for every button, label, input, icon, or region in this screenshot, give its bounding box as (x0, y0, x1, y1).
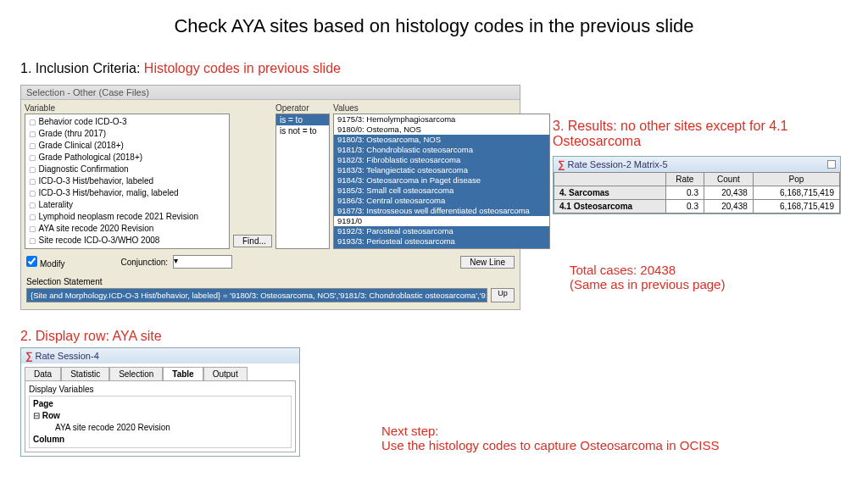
th-count: Count (704, 173, 753, 186)
op-is-equal[interactable]: is = to (276, 114, 329, 125)
var-item[interactable]: ICD-O-3 Hist/behavior, labeled (27, 175, 227, 187)
cell-count: 20,438 (704, 186, 753, 200)
val-item[interactable]: 9193/3: Periosteal osteosarcoma (334, 236, 549, 247)
val-item[interactable]: 9180/0: Osteoma, NOS (334, 125, 549, 135)
statement-label: Selection Statement (26, 277, 515, 286)
tree-row-child[interactable]: AYA site recode 2020 Revision (33, 422, 287, 434)
val-item[interactable]: 9194/3: High grade surface osteosarcoma (334, 247, 549, 249)
tree-page[interactable]: Page (33, 398, 287, 410)
step3-label: 3. Results: no other sites except for 4.… (553, 119, 841, 149)
up-button[interactable]: Up (491, 288, 515, 302)
var-item[interactable]: Grade (thru 2017) (27, 128, 227, 140)
val-item[interactable]: 9182/3: Fibroblastic osteosarcoma (334, 155, 549, 165)
window-control-icon[interactable] (827, 160, 836, 169)
cell-rate: 0.3 (665, 186, 704, 200)
val-item[interactable]: 9180/3: Osteosarcoma, NOS (334, 135, 549, 145)
find-button[interactable]: Find... (233, 235, 272, 247)
step1-num: 1. Inclusion Criteria: (20, 61, 140, 75)
var-item[interactable]: Laterality (27, 199, 227, 211)
th-blank (554, 173, 666, 186)
totals-text: Total cases: 20438 (Same as in previous … (570, 263, 725, 291)
conjunction-label: Conjunction: (120, 258, 168, 267)
values-header: Values (333, 103, 550, 113)
table-header-row: Rate Count Pop (554, 173, 840, 186)
slide-title: Check AYA sites based on histology codes… (0, 0, 868, 37)
val-item[interactable]: 9191/0 (334, 216, 549, 226)
tab-bar: Data Statistic Selection Table Output (25, 367, 296, 380)
values-list[interactable]: 9175/3: Hemolymphagiosarcoma 9180/0: Ost… (333, 114, 550, 249)
tab-selection[interactable]: Selection (109, 367, 163, 380)
tab-output[interactable]: Output (203, 367, 248, 380)
th-rate: Rate (665, 173, 704, 186)
tab-table[interactable]: Table (163, 367, 203, 380)
val-item[interactable]: 9185/3: Small cell osteosarcoma (334, 186, 549, 196)
table-row: 4. Sarcomas 0.3 20,438 6,168,715,419 (554, 186, 840, 200)
val-item[interactable]: 9187/3: Instrosseous well differentiated… (334, 206, 549, 216)
variable-list[interactable]: Behavior code ICD-O-3 Grade (thru 2017) … (25, 114, 230, 249)
cell-rate: 0.3 (665, 200, 704, 214)
op-is-not-equal[interactable]: is not = to (276, 125, 329, 136)
table-row: 4.1 Osteosarcoma 0.3 20,438 6,168,715,41… (554, 200, 840, 214)
var-item[interactable]: ICCC site recode ICD-O-3/WHO 2008 (27, 247, 227, 249)
var-item[interactable]: Grade Pathological (2018+) (27, 152, 227, 164)
step2-label: 2. Display row: AYA site (20, 329, 162, 344)
row-label: 4. Sarcomas (554, 186, 666, 200)
matrix-title: Rate Session-2 Matrix-5 (554, 157, 840, 172)
tree-column[interactable]: Column (33, 434, 287, 446)
results-table: Rate Count Pop 4. Sarcomas 0.3 20,438 6,… (554, 172, 840, 214)
next-step-text: Next step: Use the histology codes to ca… (381, 424, 720, 452)
next-line2: Use the histology codes to capture Osteo… (381, 438, 720, 452)
tab-statistic[interactable]: Statistic (61, 367, 109, 380)
th-pop: Pop (753, 173, 839, 186)
rate-session-4-window: Rate Session-4 Data Statistic Selection … (20, 347, 300, 457)
operator-list[interactable]: is = to is not = to (275, 114, 330, 249)
rate-matrix-window: Rate Session-2 Matrix-5 Rate Count Pop 4… (553, 156, 841, 214)
var-item[interactable]: Grade Clinical (2018+) (27, 140, 227, 152)
cell-pop: 6,168,715,419 (753, 200, 839, 214)
new-line-button[interactable]: New Line (460, 256, 515, 269)
next-line1: Next step: (381, 424, 720, 438)
var-item[interactable]: Diagnostic Confirmation (27, 164, 227, 175)
val-item[interactable]: 9181/3: Chondroblastic osteosarcoma (334, 145, 549, 155)
operator-header: Operator (275, 103, 330, 113)
display-variables-label: Display Variables (29, 385, 292, 394)
cell-count: 20,438 (704, 200, 753, 214)
display-variables-tree[interactable]: Page ⊟ Row AYA site recode 2020 Revision… (29, 396, 292, 448)
val-item[interactable]: 9186/3: Central osteosarcoma (334, 196, 549, 206)
var-item[interactable]: Lymphoid neoplasm recode 2021 Revision (27, 211, 227, 223)
val-item[interactable]: 9175/3: Hemolymphagiosarcoma (334, 114, 549, 125)
variable-header: Variable (25, 103, 230, 113)
rate2-title: Rate Session-4 (21, 348, 299, 363)
step1-label: 1. Inclusion Criteria: Histology codes i… (20, 61, 341, 76)
totals-line1: Total cases: 20438 (570, 263, 725, 277)
var-item[interactable]: ICD-O-3 Hist/behavior, malig, labeled (27, 187, 227, 199)
tree-row[interactable]: ⊟ Row (33, 410, 287, 422)
var-item[interactable]: Behavior code ICD-O-3 (27, 116, 227, 128)
tab-data[interactable]: Data (25, 367, 61, 380)
var-item[interactable]: AYA site recode 2020 Revision (27, 223, 227, 235)
step1-desc: Histology codes in previous slide (144, 61, 341, 75)
statement-text[interactable]: {Site and Morphology.ICD-O-3 Hist/behavi… (26, 288, 487, 302)
val-item[interactable]: 9183/3: Telangiectatic osteosarcoma (334, 165, 549, 175)
row-label: 4.1 Osteosarcoma (554, 200, 666, 214)
val-item[interactable]: 9192/3: Parosteal osteosarcoma (334, 226, 549, 236)
conjunction-select[interactable]: ▾ (173, 255, 232, 269)
modify-checkbox[interactable]: Modify (26, 256, 64, 269)
dialog-title: Selection - Other (Case Files) (21, 86, 520, 100)
selection-dialog: Selection - Other (Case Files) Variable … (20, 85, 520, 310)
totals-line2: (Same as in previous page) (570, 277, 725, 291)
var-item[interactable]: Site recode ICD-O-3/WHO 2008 (27, 235, 227, 247)
val-item[interactable]: 9184/3: Osteosarcoma in Paget disease (334, 175, 549, 186)
cell-pop: 6,168,715,419 (753, 186, 839, 200)
